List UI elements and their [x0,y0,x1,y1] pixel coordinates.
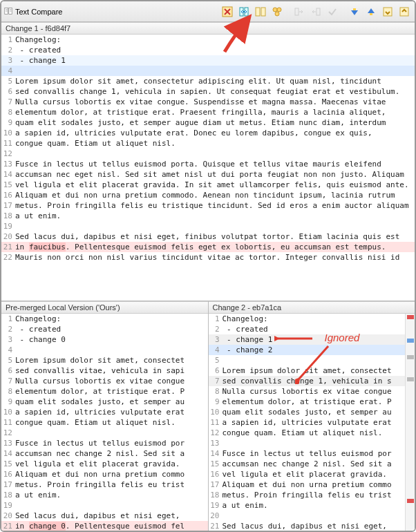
code-line[interactable]: 14Fusce in lectus ut tellus euismod por [209,448,415,459]
code-line[interactable]: 21in change 0. Pellentesque euismod fel [1,521,208,531]
code-line[interactable]: 15vel ligula et elit placerat gravida. [1,459,208,469]
two-way-compare-button[interactable] [253,4,268,19]
code-line[interactable]: 5Lorem ipsum dolor sit amet, consectetur… [1,76,415,86]
code-line[interactable]: 19 [1,221,415,231]
next-change-button[interactable] [380,4,395,19]
prev-change-button[interactable] [397,4,412,19]
line-text: accumsan nec change 2 nisl. Sed sit a [223,459,415,469]
line-number: 15 [1,180,15,190]
prev-diff-button[interactable] [363,4,379,19]
code-line[interactable]: 9quam elit sodales justo, et semper augu… [1,117,415,128]
line-number: 7 [1,97,15,107]
code-line[interactable]: 17metus. Proin fringilla felis eu trist [1,479,208,490]
sync-scroll-button[interactable] [236,4,252,19]
code-line[interactable]: 6sed convallis change 1, vehicula in sap… [1,86,415,97]
code-line[interactable]: 6Lorem ipsum dolor sit amet, consectet [209,365,415,376]
code-line[interactable]: 14accumsan nec eget nisl. Sed sit amet n… [1,169,415,180]
code-line[interactable]: 13Fusce in lectus ut tellus euismod port… [1,159,415,169]
svg-rect-18 [353,8,356,10]
code-line[interactable]: 17Aliquam et dui non urna pretium commo [209,479,415,490]
line-number: 20 [1,231,15,242]
code-line[interactable]: 4 [1,345,208,355]
code-line[interactable]: 18a ut enim. [1,490,208,500]
bottom-right-pane[interactable]: 1Changelog:2 - created3 - change 14 - ch… [209,314,415,532]
code-line[interactable]: 4 - change 2 [209,345,415,355]
code-line[interactable]: 14accumsan nec change 2 nisl. Sed sit a [1,448,208,459]
line-text: Nulla cursus lobortis ex vitae congue [15,376,208,386]
code-line[interactable]: 2 - created [1,324,208,334]
code-line[interactable]: 12 [1,149,415,159]
code-line[interactable]: 20Sed lacus dui, dapibus et nisi eget, f… [1,231,415,242]
toggle-ancestor-button[interactable] [220,4,235,19]
line-text: a sapien id, ultricies vulputate erat [15,407,208,417]
overview-ruler[interactable] [405,314,415,532]
line-number: 21 [1,242,15,252]
code-line[interactable]: 12congue quam. Etiam ut aliquet nisl. [209,428,415,438]
line-number: 1 [1,314,15,324]
line-number: 14 [1,448,15,459]
code-line[interactable]: 13 [209,438,415,448]
three-way-compare-button[interactable] [270,4,285,19]
code-line[interactable]: 19a ut enim. [209,500,415,511]
code-line[interactable]: 2 - created [1,45,415,55]
code-line[interactable]: 16Aliquam et dui non urna pretium commo [1,469,208,479]
code-line[interactable]: 17metus. Proin fringilla felis eu tristi… [1,200,415,211]
code-line[interactable]: 10quam elit sodales justo, et semper au [209,407,415,417]
line-number: 18 [1,490,15,500]
line-text: Lorem ipsum dolor sit amet, consectet [223,365,415,376]
code-line[interactable]: 18a ut enim. [1,211,415,221]
code-line[interactable]: 2 - created [209,324,415,334]
code-line[interactable]: 22Mauris non orci non nisl varius tincid… [1,252,415,263]
code-line[interactable]: 8elementum dolor, at tristique erat. P [1,386,208,397]
code-line[interactable]: 20Sed lacus dui, dapibus et nisi eget, [1,511,208,521]
code-line[interactable]: 5Lorem ipsum dolor sit amet, consectet [1,355,208,365]
top-pane-header: Change 1 - f6d84f7 [1,22,415,35]
bottom-left-pane[interactable]: 1Changelog:2 - created3 - change 045Lore… [1,314,208,532]
code-line[interactable]: 19 [1,500,208,511]
accept-button[interactable] [325,4,340,19]
code-line[interactable]: 13Fusce in lectus ut tellus euismod por [1,438,208,448]
code-line[interactable]: 11congue quam. Etiam ut aliquet nisl. [1,417,208,428]
code-line[interactable]: 15accumsan nec change 2 nisl. Sed sit a [209,459,415,469]
code-line[interactable]: 8elementum dolor, at tristique erat. Pra… [1,107,415,117]
line-number: 5 [209,355,223,365]
code-line[interactable]: 18metus. Proin fringilla felis eu trist [209,490,415,500]
code-line[interactable]: 9elementum dolor, at tristique erat. P [209,397,415,407]
toolbar-title: Text Compare [15,8,62,16]
code-line[interactable]: 10a sapien id, ultricies vulputate erat.… [1,128,415,138]
copy-right-to-left-button[interactable] [308,4,323,19]
code-line[interactable]: 21in faucibus. Pellentesque euismod feli… [1,242,415,252]
code-line[interactable]: 1Changelog: [1,314,208,324]
code-line[interactable]: 6sed convallis vitae, vehicula in sapi [1,365,208,376]
code-line[interactable]: 15vel ligula et elit placerat gravida. I… [1,180,415,190]
line-text: Aliquam et dui non urna pretium commo [223,479,415,490]
code-line[interactable]: 3 - change 1 [1,55,415,66]
code-line[interactable]: 10a sapien id, ultricies vulputate erat [1,407,208,417]
line-text [223,355,415,365]
code-line[interactable]: 9quam elit sodales justo, et semper au [1,397,208,407]
code-line[interactable]: 1Changelog: [209,314,415,324]
code-line[interactable]: 7Nulla cursus lobortis ex vitae congue. … [1,97,415,107]
svg-rect-17 [316,8,320,15]
code-line[interactable]: 1Changelog: [1,35,415,45]
code-line[interactable]: 16Aliquam et dui non urna pretium commod… [1,190,415,200]
code-line[interactable]: 11congue quam. Etiam ut aliquet nisl. [1,138,415,149]
code-line[interactable]: 5 [209,355,415,365]
code-line[interactable]: 8Nulla cursus lobortis ex vitae congue [209,386,415,397]
line-number: 16 [1,469,15,479]
code-line[interactable]: 3 - change 1 [209,334,415,345]
code-line[interactable]: 21Sed lacus dui, dapibus et nisi eget, [209,521,415,531]
code-line[interactable]: 11a sapien id, ultricies vulputate erat [209,417,415,428]
code-line[interactable]: 7sed convallis change 1, vehicula in s [209,376,415,386]
code-line[interactable]: 20 [209,511,415,521]
code-line[interactable]: 7Nulla cursus lobortis ex vitae congue [1,376,208,386]
next-diff-button[interactable] [347,4,362,19]
top-pane[interactable]: 1Changelog:2 - created3 - change 145Lore… [1,35,415,301]
code-line[interactable]: 12 [1,428,208,438]
line-text: Sed lacus dui, dapibus et nisi eget, fin… [15,231,415,242]
code-line[interactable]: 3 - change 0 [1,334,208,345]
code-line[interactable]: 4 [1,66,415,76]
copy-left-to-right-button[interactable] [292,4,307,19]
line-text [15,345,208,355]
code-line[interactable]: 16vel ligula et elit placerat gravida. [209,469,415,479]
